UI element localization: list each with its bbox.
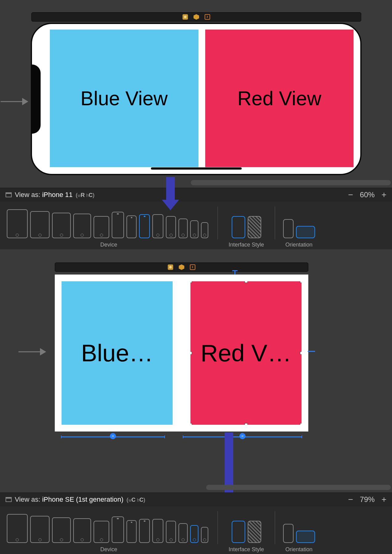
zoom-level[interactable]: 79% bbox=[360, 495, 375, 504]
zoom-in-button[interactable]: + bbox=[382, 495, 386, 504]
device-ipad-pro-11[interactable] bbox=[30, 516, 50, 543]
selection-handle-icon[interactable] bbox=[190, 351, 192, 355]
view-controller-icon[interactable] bbox=[182, 14, 188, 20]
device-iphone-11[interactable] bbox=[139, 214, 150, 238]
blue-view[interactable]: Blue… bbox=[62, 281, 173, 425]
device-iphone-11-pro-max[interactable] bbox=[112, 516, 124, 543]
interface-style-label: Interface Style bbox=[218, 242, 275, 248]
root-view[interactable]: Blue View Red View bbox=[50, 30, 354, 167]
blue-view[interactable]: Blue View bbox=[50, 30, 198, 167]
device-picker: Device bbox=[0, 204, 218, 249]
selection-handle-icon[interactable] bbox=[190, 423, 192, 425]
first-responder-icon[interactable] bbox=[194, 14, 199, 20]
interface-style-dark[interactable] bbox=[248, 521, 261, 543]
red-view-selected[interactable]: Red V… bbox=[190, 281, 302, 425]
selection-handle-icon[interactable] bbox=[245, 281, 248, 283]
exit-icon[interactable] bbox=[205, 14, 210, 20]
horizontal-scrollbar[interactable] bbox=[206, 485, 391, 490]
device-iphone-11-pro[interactable] bbox=[126, 215, 137, 238]
device-ipad-mini[interactable] bbox=[94, 216, 109, 238]
zoom-out-button[interactable]: − bbox=[348, 495, 353, 504]
first-responder-icon[interactable] bbox=[179, 264, 184, 270]
scene-toolbar[interactable] bbox=[31, 12, 361, 22]
device-ipad-mini[interactable] bbox=[94, 521, 109, 543]
device-iphone-8[interactable] bbox=[166, 216, 176, 238]
trait-header: View as: iPhone SE (1st generation) (wC … bbox=[0, 493, 392, 506]
constraint-equal-width-icon[interactable] bbox=[183, 436, 302, 437]
device-iphone-8[interactable] bbox=[166, 521, 176, 543]
home-indicator-icon bbox=[151, 167, 242, 170]
segue-arrow-icon bbox=[1, 97, 34, 106]
zoom-level[interactable]: 60% bbox=[360, 191, 375, 199]
selection-handle-icon[interactable] bbox=[300, 281, 302, 283]
annotation-arrow-icon bbox=[166, 177, 175, 202]
orientation-portrait[interactable] bbox=[283, 524, 294, 543]
selection-handle-icon[interactable] bbox=[300, 351, 302, 355]
device-group-label: Device bbox=[0, 242, 218, 248]
device-ipad-9-7[interactable] bbox=[73, 214, 91, 238]
constraint-trailing-icon[interactable] bbox=[308, 351, 315, 352]
device-iphone-8-plus[interactable] bbox=[152, 214, 163, 238]
document-outline-toggle-icon[interactable] bbox=[6, 497, 12, 502]
constraint-equal-width-icon[interactable] bbox=[61, 436, 165, 437]
device-ipad-pro-11[interactable] bbox=[30, 211, 50, 238]
device-iphone-8-plus[interactable] bbox=[152, 519, 163, 543]
zoom-controls: − 60% + bbox=[348, 190, 386, 200]
device-iphone-11-pro-max[interactable] bbox=[112, 212, 124, 238]
xcode-interface-builder-canvas: Blue View Red View View as: iPhone 11 (w… bbox=[0, 0, 392, 554]
scene-toolbar[interactable] bbox=[55, 263, 308, 272]
device-iphone-4s[interactable] bbox=[201, 527, 208, 543]
canvas-scene-iphone-se[interactable]: Blue… Red V… bbox=[55, 275, 308, 432]
orientation-picker: Orientation bbox=[275, 509, 323, 554]
device-iphone-11[interactable] bbox=[139, 519, 150, 543]
orientation-landscape[interactable] bbox=[296, 226, 315, 238]
device-iphone-se2[interactable] bbox=[178, 219, 188, 238]
interface-style-label: Interface Style bbox=[218, 546, 275, 553]
root-view[interactable]: Blue… Red V… bbox=[62, 281, 302, 425]
document-outline-toggle-icon[interactable] bbox=[6, 192, 12, 197]
interface-style-picker: Interface Style bbox=[218, 509, 275, 554]
orientation-label: Orientation bbox=[275, 546, 323, 553]
device-iphone-se[interactable] bbox=[190, 525, 198, 543]
interface-style-light[interactable] bbox=[232, 521, 245, 543]
device-ipad-pro-12[interactable] bbox=[7, 209, 28, 238]
orientation-portrait[interactable] bbox=[283, 219, 294, 238]
trait-header: View as: iPhone 11 (wR hC) − 60% + bbox=[0, 188, 392, 202]
device-iphone-4s[interactable] bbox=[201, 222, 208, 238]
device-iphone-se[interactable] bbox=[190, 220, 198, 238]
view-controller-icon[interactable] bbox=[168, 264, 173, 270]
horizontal-scrollbar[interactable] bbox=[191, 180, 391, 185]
red-view[interactable]: Red View bbox=[205, 30, 354, 167]
trait-bar: View as: iPhone 11 (wR hC) − 60% + bbox=[0, 188, 392, 249]
canvas-scene-iphone11-landscape[interactable]: Blue View Red View bbox=[31, 23, 362, 175]
interface-style-light[interactable] bbox=[232, 216, 245, 238]
segue-arrow-icon bbox=[18, 347, 52, 356]
orientation-label: Orientation bbox=[275, 242, 323, 248]
device-iphone-11-pro[interactable] bbox=[126, 520, 137, 543]
selection-handle-icon[interactable] bbox=[300, 423, 302, 425]
device-ipad-10-5[interactable] bbox=[52, 213, 71, 238]
device-ipad-pro-12[interactable] bbox=[7, 514, 28, 543]
device-group-label: Device bbox=[0, 546, 218, 553]
device-ipad-9-7[interactable] bbox=[73, 518, 91, 543]
selection-handle-icon[interactable] bbox=[190, 281, 192, 283]
zoom-in-button[interactable]: + bbox=[382, 190, 386, 200]
interface-style-dark[interactable] bbox=[248, 216, 261, 238]
selection-handle-icon[interactable] bbox=[245, 423, 248, 425]
zoom-out-button[interactable]: − bbox=[348, 190, 353, 200]
orientation-picker: Orientation bbox=[275, 204, 323, 249]
device-ipad-10-5[interactable] bbox=[52, 517, 71, 543]
trait-bar: View as: iPhone SE (1st generation) (wC … bbox=[0, 492, 392, 554]
device-iphone-se2[interactable] bbox=[178, 523, 188, 543]
device-picker: Device bbox=[0, 509, 218, 554]
view-as-label[interactable]: View as: iPhone SE (1st generation) (wC … bbox=[15, 496, 145, 504]
exit-icon[interactable] bbox=[190, 264, 195, 270]
view-as-label[interactable]: View as: iPhone 11 (wR hC) bbox=[15, 191, 94, 199]
zoom-controls: − 79% + bbox=[348, 495, 386, 504]
orientation-landscape[interactable] bbox=[296, 531, 315, 543]
interface-style-picker: Interface Style bbox=[218, 204, 275, 249]
notch-icon bbox=[31, 64, 41, 134]
